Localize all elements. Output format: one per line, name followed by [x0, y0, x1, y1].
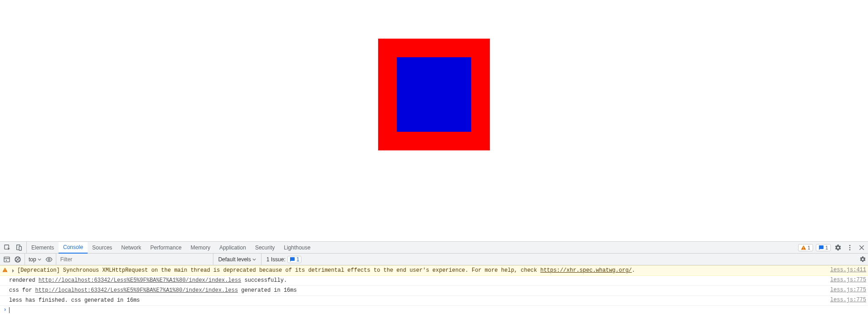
message-text: css for [9, 287, 35, 294]
issue-link[interactable]: 1 [287, 256, 302, 263]
expand-arrow-icon[interactable] [12, 269, 14, 273]
console-message-log: css for http://localhost:63342/Less%E5%9… [0, 286, 868, 296]
console-message-log: less has finished. css generated in 16ms… [0, 296, 868, 306]
text-cursor [9, 307, 10, 313]
message-text: rendered [9, 277, 39, 284]
warnings-count: 1 [808, 245, 810, 250]
close-devtools-icon[interactable] [857, 243, 866, 252]
message-text-trail: generated in 16ms [238, 287, 297, 294]
message-text-trail: successfully. [241, 277, 287, 284]
chevron-down-icon [38, 258, 41, 261]
tab-elements[interactable]: Elements [27, 242, 59, 253]
issue-count-label: 1 Issue: [266, 256, 286, 263]
blue-square [397, 57, 471, 132]
prompt-caret-icon: › [2, 307, 8, 313]
devtools-tabs: Elements Console Sources Network Perform… [0, 242, 868, 254]
filter-input[interactable] [59, 255, 211, 264]
message-link[interactable]: http://localhost:63342/Less%E5%9F%BA%E7%… [35, 287, 238, 294]
console-messages: [Deprecation] Synchronous XMLHttpRequest… [0, 265, 868, 314]
console-settings-gear-icon[interactable] [857, 256, 868, 263]
console-prompt[interactable]: › [0, 306, 868, 314]
message-text: less has finished. css generated in 16ms [9, 297, 140, 304]
message-text: [Deprecation] Synchronous XMLHttpRequest… [17, 267, 540, 274]
tab-application[interactable]: Application [215, 242, 251, 253]
svg-rect-2 [19, 246, 21, 250]
message-source-link[interactable]: less.js:775 [826, 277, 866, 283]
warning-icon [2, 267, 8, 273]
tab-sources[interactable]: Sources [88, 242, 117, 253]
console-sidebar-toggle-icon[interactable] [2, 255, 11, 264]
svg-rect-13 [5, 269, 5, 271]
log-levels-selector[interactable]: Default levels [216, 256, 259, 263]
device-toolbar-icon[interactable] [15, 243, 24, 252]
context-selector-label: top [29, 256, 36, 263]
svg-point-6 [849, 247, 851, 248]
svg-point-12 [48, 259, 50, 260]
tab-security[interactable]: Security [251, 242, 279, 253]
message-source-link[interactable]: less.js:775 [826, 297, 866, 303]
message-link[interactable]: https://xhr.spec.whatwg.org/ [540, 267, 632, 274]
svg-point-5 [849, 245, 851, 246]
svg-rect-14 [5, 271, 5, 272]
issues-count-pill[interactable]: 1 [816, 244, 831, 251]
svg-rect-4 [803, 249, 804, 249]
message-source-link[interactable]: less.js:775 [826, 287, 866, 293]
clear-console-icon[interactable] [13, 255, 22, 264]
console-toolbar: top Default levels 1 Issue: [0, 254, 868, 265]
message-source-link[interactable]: less.js:411 [826, 267, 866, 273]
issue-link-count: 1 [296, 256, 300, 263]
tab-lighthouse[interactable]: Lighthouse [279, 242, 315, 253]
page-content [0, 0, 868, 192]
console-message-warning: [Deprecation] Synchronous XMLHttpRequest… [0, 265, 868, 276]
tab-performance[interactable]: Performance [146, 242, 186, 253]
svg-rect-8 [4, 257, 10, 262]
inspect-element-icon[interactable] [3, 243, 12, 252]
svg-point-7 [849, 249, 851, 250]
chevron-down-icon [252, 258, 256, 261]
svg-rect-3 [803, 247, 804, 248]
warnings-count-pill[interactable]: 1 [798, 244, 813, 251]
tab-memory[interactable]: Memory [186, 242, 215, 253]
devtools-panel: Elements Console Sources Network Perform… [0, 241, 868, 314]
kebab-menu-icon[interactable] [845, 243, 854, 252]
message-text-trail: . [632, 267, 635, 274]
context-selector[interactable]: top [27, 256, 43, 263]
red-square [378, 39, 490, 150]
issues-count: 1 [825, 245, 828, 250]
tab-network[interactable]: Network [117, 242, 146, 253]
svg-line-11 [16, 258, 20, 261]
message-link[interactable]: http://localhost:63342/Less%E5%9F%BA%E7%… [39, 277, 241, 284]
tab-console[interactable]: Console [59, 242, 88, 254]
log-levels-label: Default levels [218, 256, 251, 263]
console-message-log: rendered http://localhost:63342/Less%E5%… [0, 276, 868, 286]
settings-gear-icon[interactable] [833, 243, 843, 252]
live-expression-eye-icon[interactable] [44, 255, 54, 264]
